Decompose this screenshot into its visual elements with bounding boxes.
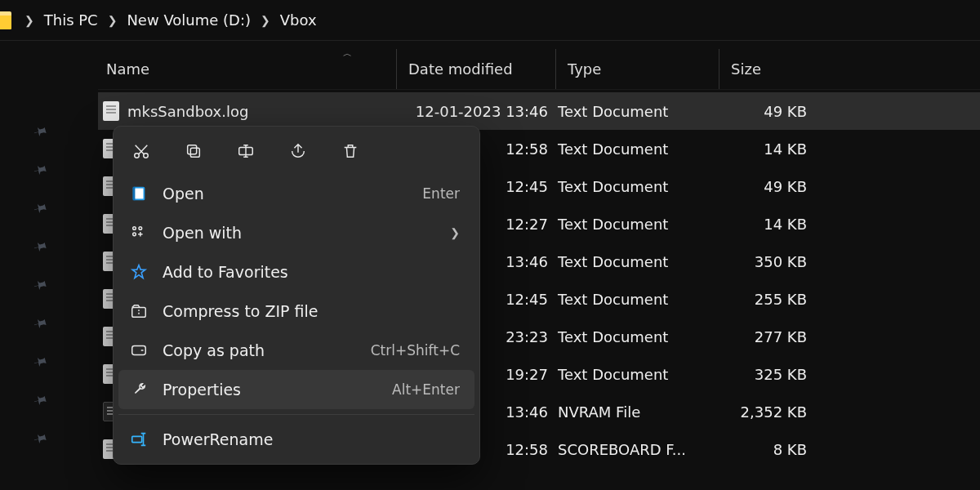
svg-rect-3 <box>188 145 197 154</box>
svg-point-9 <box>139 227 142 230</box>
menu-compress-zip[interactable]: Compress to ZIP file <box>118 292 474 331</box>
file-size: 277 KB <box>721 328 815 345</box>
file-size: 49 KB <box>721 178 815 195</box>
file-size: 255 KB <box>721 291 815 308</box>
delete-icon[interactable] <box>337 140 363 163</box>
file-type: Text Document <box>558 291 721 308</box>
chevron-right-icon: ❯ <box>450 226 460 239</box>
file-size: 14 KB <box>721 216 815 233</box>
file-type: Text Document <box>558 328 721 345</box>
file-name: mksSandbox.log <box>127 103 248 120</box>
menu-separator <box>118 414 474 415</box>
svg-point-10 <box>133 233 136 236</box>
file-size: 49 KB <box>721 103 815 120</box>
shortcut: Enter <box>422 185 460 202</box>
rename-icon[interactable] <box>233 140 259 163</box>
breadcrumb-item[interactable]: New Volume (D:) <box>123 8 254 32</box>
breadcrumb: ❯ This PC ❯ New Volume (D:) ❯ Vbox <box>0 0 980 41</box>
star-icon <box>128 261 149 283</box>
breadcrumb-item[interactable]: This PC <box>41 8 101 32</box>
column-date[interactable]: Date modified <box>396 49 555 89</box>
copy-path-icon <box>128 340 149 361</box>
chevron-right-icon: ❯ <box>101 14 124 27</box>
pin-icon <box>29 350 53 374</box>
cut-icon[interactable] <box>128 140 154 163</box>
svg-point-1 <box>144 154 149 158</box>
copy-icon[interactable] <box>180 140 207 163</box>
context-menu: Open Enter Open with ❯ Add to Favorites … <box>113 126 480 465</box>
context-menu-actions <box>118 135 474 174</box>
shortcut: Ctrl+Shift+C <box>371 342 460 359</box>
file-size: 2,352 KB <box>721 403 815 421</box>
table-row[interactable]: mksSandbox.log12-01-2023 13:46Text Docum… <box>98 92 980 130</box>
share-icon[interactable] <box>285 140 311 163</box>
svg-point-8 <box>133 227 136 230</box>
open-icon <box>128 183 149 204</box>
sort-indicator-icon: ︿ <box>343 47 352 60</box>
svg-rect-2 <box>190 148 199 157</box>
pin-icon <box>29 234 53 259</box>
file-type: Text Document <box>558 366 721 383</box>
svg-rect-6 <box>135 189 144 199</box>
menu-properties[interactable]: Properties Alt+Enter <box>118 370 474 409</box>
pin-icon <box>29 388 53 412</box>
powerrename-icon <box>128 429 149 450</box>
chevron-right-icon: ❯ <box>254 14 277 27</box>
columns-header: Name︿ Date modified Type Size <box>98 49 980 90</box>
file-type: Text Document <box>558 253 721 270</box>
file-size: 14 KB <box>721 140 815 158</box>
menu-open[interactable]: Open Enter <box>118 174 474 213</box>
sidebar-pins <box>0 122 82 468</box>
menu-powerrename[interactable]: PowerRename <box>118 420 474 459</box>
file-type: Text Document <box>558 178 721 195</box>
drive-icon <box>0 11 11 29</box>
open-with-icon <box>128 222 149 243</box>
menu-open-with[interactable]: Open with ❯ <box>118 213 474 252</box>
shortcut: Alt+Enter <box>392 381 460 398</box>
file-type: Text Document <box>558 103 721 120</box>
file-type: SCOREBOARD F... <box>558 441 721 458</box>
menu-copy-path[interactable]: Copy as path Ctrl+Shift+C <box>118 331 474 370</box>
file-size: 325 KB <box>721 366 815 383</box>
file-type: NVRAM File <box>558 403 721 421</box>
menu-add-favorites[interactable]: Add to Favorites <box>118 252 474 292</box>
svg-rect-11 <box>132 307 146 317</box>
svg-rect-7 <box>133 187 136 201</box>
file-type: Text Document <box>558 140 721 158</box>
column-name[interactable]: Name︿ <box>98 49 396 89</box>
properties-icon <box>128 379 149 400</box>
pin-icon <box>29 158 53 182</box>
pin-icon <box>29 273 53 297</box>
chevron-right-icon: ❯ <box>18 14 41 27</box>
pin-icon <box>29 311 53 336</box>
file-date: 12-01-2023 13:46 <box>394 103 558 120</box>
file-icon <box>103 101 119 121</box>
zip-icon <box>128 301 149 322</box>
column-size[interactable]: Size <box>719 49 817 89</box>
file-size: 350 KB <box>721 253 815 270</box>
svg-point-0 <box>135 154 140 158</box>
breadcrumb-item[interactable]: Vbox <box>277 8 320 32</box>
svg-rect-12 <box>132 346 146 355</box>
pin-icon <box>29 119 53 144</box>
column-type[interactable]: Type <box>555 49 719 89</box>
pin-icon <box>29 196 53 220</box>
svg-rect-13 <box>132 436 142 442</box>
file-type: Text Document <box>558 216 721 233</box>
file-size: 8 KB <box>721 441 815 458</box>
pin-icon <box>29 426 53 451</box>
